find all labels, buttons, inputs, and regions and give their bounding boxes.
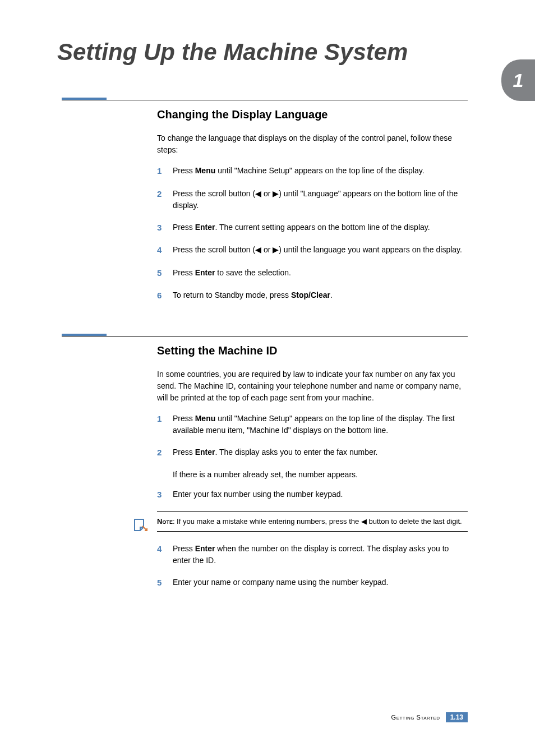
list-item: 3 Press Enter. The current setting appea… bbox=[157, 222, 468, 234]
note-label: Note bbox=[157, 517, 173, 525]
step-number: 5 bbox=[157, 267, 173, 280]
step-number: 2 bbox=[157, 188, 173, 211]
note-text: : If you make a mistake while entering n… bbox=[173, 517, 462, 525]
list-item: 6 To return to Standby mode, press Stop/… bbox=[157, 289, 468, 302]
section-heading: Setting the Machine ID bbox=[157, 344, 468, 357]
list-item: 5 Press Enter to save the selection. bbox=[157, 267, 468, 280]
list-item: 4 Press the scroll button (◀ or ▶) until… bbox=[157, 244, 468, 257]
step-list: 1 Press Menu until "Machine Setup" appea… bbox=[157, 413, 468, 459]
step-text: Press Menu until "Machine Setup" appears… bbox=[173, 413, 468, 436]
step-number: 1 bbox=[157, 413, 173, 436]
footer-section-name: Getting Started bbox=[391, 714, 440, 721]
section-machine-id: Setting the Machine ID In some countries… bbox=[157, 336, 468, 589]
step-number: 4 bbox=[157, 543, 173, 566]
step-number: 4 bbox=[157, 244, 173, 257]
step-text: Press Enter to save the selection. bbox=[173, 267, 468, 280]
chapter-number: 1 bbox=[513, 70, 524, 91]
section-rule bbox=[62, 100, 468, 100]
step-number: 3 bbox=[157, 222, 173, 234]
step-text: Press the scroll button (◀ or ▶) until t… bbox=[173, 244, 468, 257]
step-list: 1 Press Menu until "Machine Setup" appea… bbox=[157, 165, 468, 302]
step-number: 6 bbox=[157, 289, 173, 302]
section-intro: In some countries, you are required by l… bbox=[157, 368, 468, 404]
page-footer: Getting Started 1.13 bbox=[391, 712, 468, 722]
list-item: 1 Press Menu until "Machine Setup" appea… bbox=[157, 413, 468, 436]
content-area: Changing the Display Language To change … bbox=[0, 66, 535, 589]
step-text: Press Enter. The display asks you to ent… bbox=[173, 446, 468, 459]
section-heading: Changing the Display Language bbox=[157, 108, 468, 121]
step-number: 2 bbox=[157, 446, 173, 459]
section-accent-bar bbox=[62, 334, 107, 336]
sub-text: If there is a number already set, the nu… bbox=[173, 469, 468, 481]
note-icon bbox=[132, 517, 149, 534]
step-text: Enter your fax number using the number k… bbox=[173, 488, 468, 501]
section-accent-bar bbox=[62, 98, 107, 100]
note-box: Note: If you make a mistake while enteri… bbox=[132, 511, 468, 532]
section-rule bbox=[62, 336, 468, 336]
page-title: Setting Up the Machine System bbox=[0, 0, 535, 66]
section-intro: To change the language that displays on … bbox=[157, 132, 468, 156]
step-text: To return to Standby mode, press Stop/Cl… bbox=[173, 289, 468, 302]
step-text: Press the scroll button (◀ or ▶) until "… bbox=[173, 188, 468, 211]
note-content: Note: If you make a mistake while enteri… bbox=[157, 512, 468, 531]
list-item: 4 Press Enter when the number on the dis… bbox=[157, 543, 468, 566]
step-text: Press Enter. The current setting appears… bbox=[173, 222, 468, 234]
step-text: Enter your name or company name using th… bbox=[173, 577, 468, 589]
list-item: 3 Enter your fax number using the number… bbox=[157, 488, 468, 501]
section-changing-language: Changing the Display Language To change … bbox=[157, 100, 468, 302]
step-text: Press Menu until "Machine Setup" appears… bbox=[173, 165, 468, 178]
list-item: 2 Press Enter. The display asks you to e… bbox=[157, 446, 468, 459]
step-list: 3 Enter your fax number using the number… bbox=[157, 488, 468, 501]
step-number: 1 bbox=[157, 165, 173, 178]
step-text: Press Enter when the number on the displ… bbox=[173, 543, 468, 566]
footer-page-number: 1.13 bbox=[446, 712, 468, 722]
list-item: 5 Enter your name or company name using … bbox=[157, 577, 468, 589]
list-item: 2 Press the scroll button (◀ or ▶) until… bbox=[157, 188, 468, 211]
note-rule bbox=[157, 531, 468, 532]
chapter-tab: 1 bbox=[501, 59, 535, 101]
list-item: 1 Press Menu until "Machine Setup" appea… bbox=[157, 165, 468, 178]
step-number: 5 bbox=[157, 577, 173, 589]
step-number: 3 bbox=[157, 488, 173, 501]
step-list: 4 Press Enter when the number on the dis… bbox=[157, 543, 468, 589]
